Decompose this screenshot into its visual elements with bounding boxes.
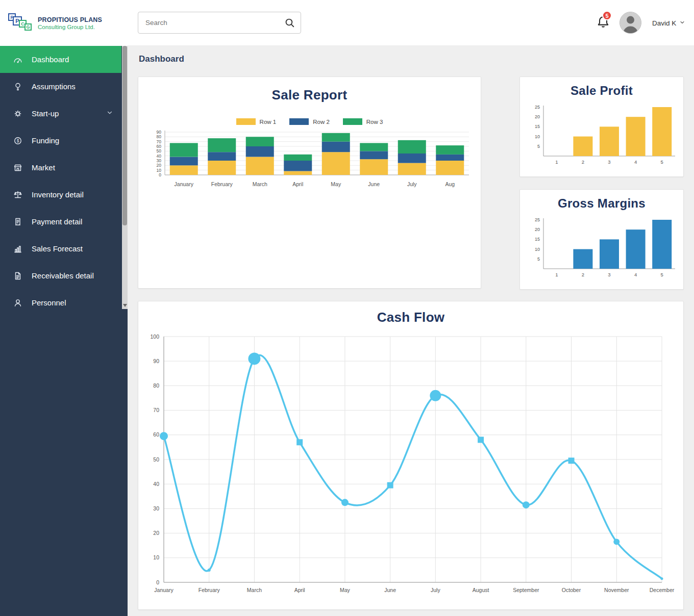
svg-text:May: May: [331, 181, 341, 187]
scrollbar-down-arrow[interactable]: [123, 304, 127, 307]
svg-text:90: 90: [156, 130, 161, 135]
svg-text:15: 15: [535, 237, 540, 242]
personnel-icon: [12, 297, 23, 309]
lightbulb-icon: [12, 81, 23, 92]
svg-text:25: 25: [535, 105, 540, 110]
sidebar-item-payment-detail[interactable]: Payment detail: [0, 208, 121, 235]
sidebar-item-label: Inventory detail: [32, 190, 84, 199]
chart-title: Sale Profit: [520, 77, 683, 98]
sidebar-item-assumptions[interactable]: Assumptions: [0, 73, 121, 100]
legend-item[interactable]: Row 2: [289, 118, 330, 125]
svg-text:March: March: [252, 181, 267, 187]
sale-profit-chart: 51015202512345: [520, 103, 683, 166]
svg-text:June: June: [384, 587, 396, 593]
brand-logo: P P C G PROPITIOUS PLANS Consulting Grou…: [0, 0, 128, 46]
notifications-button[interactable]: 5: [596, 15, 614, 33]
svg-text:20: 20: [535, 114, 540, 119]
legend-label: Row 2: [313, 119, 330, 125]
svg-text:4: 4: [634, 159, 637, 165]
svg-text:10: 10: [535, 134, 540, 139]
monogram-letter: G: [24, 23, 32, 31]
user-name: David K: [652, 19, 676, 27]
search-input[interactable]: [138, 12, 276, 33]
svg-text:60: 60: [153, 431, 159, 438]
svg-text:20: 20: [156, 163, 161, 168]
legend-item[interactable]: Row 1: [236, 118, 277, 125]
legend-swatch: [289, 118, 309, 125]
sidebar-scrollbar-thumb[interactable]: [122, 46, 127, 225]
svg-text:80: 80: [153, 382, 159, 389]
sales-forecast-icon: [12, 243, 23, 254]
user-menu[interactable]: David K: [652, 0, 685, 46]
sidebar-item-label: Start-up: [32, 109, 59, 118]
chevron-down-icon: [106, 109, 113, 118]
svg-text:30: 30: [153, 505, 159, 511]
svg-text:40: 40: [153, 481, 159, 487]
svg-text:4: 4: [634, 272, 637, 277]
sidebar-menu: Dashboard Assumptions Start-up $ Funding…: [0, 46, 121, 316]
svg-text:5: 5: [537, 144, 540, 149]
svg-text:90: 90: [153, 358, 159, 364]
sale-profit-card: Sale Profit 51015202512345: [519, 76, 684, 177]
cash-flow-chart: 0102030405060708090100JanuaryFebruaryMar…: [138, 328, 683, 606]
sidebar-item-dashboard[interactable]: Dashboard: [0, 46, 121, 73]
sidebar-item-label: Dashboard: [32, 55, 69, 64]
svg-text:July: July: [407, 181, 416, 187]
page-title: Dashboard: [139, 54, 184, 64]
svg-text:10: 10: [535, 247, 540, 252]
svg-text:25: 25: [535, 217, 540, 222]
svg-text:2: 2: [582, 159, 584, 165]
receivables-icon: [12, 270, 23, 281]
dashboard-icon: [12, 54, 23, 65]
svg-text:70: 70: [153, 407, 159, 413]
sidebar-item-personnel[interactable]: Personnel: [0, 289, 121, 316]
svg-text:10: 10: [156, 168, 161, 173]
payment-icon: [12, 216, 23, 227]
sidebar-item-funding[interactable]: $ Funding: [0, 127, 121, 154]
svg-text:June: June: [368, 181, 380, 187]
svg-text:August: August: [473, 587, 489, 593]
chart-title: Sale Report: [138, 77, 481, 103]
svg-text:$: $: [17, 138, 19, 143]
svg-text:5: 5: [537, 256, 540, 262]
svg-text:20: 20: [153, 530, 159, 536]
sidebar-item-receivables-detail[interactable]: Receivables detail: [0, 262, 121, 289]
sidebar-item-market[interactable]: Market: [0, 154, 121, 181]
sidebar-item-label: Sales Forecast: [32, 244, 83, 253]
legend-label: Row 1: [260, 119, 277, 125]
market-icon: [12, 162, 23, 173]
legend-swatch: [343, 118, 362, 125]
gross-margins-chart: 51015202512345: [520, 216, 683, 279]
brand-name-line1: PROPITIOUS PLANS: [38, 16, 102, 23]
sidebar-item-label: Market: [32, 163, 55, 172]
sale-report-legend: Row 1Row 2Row 3: [138, 118, 481, 125]
inventory-icon: [12, 189, 23, 200]
sidebar-item-label: Personnel: [32, 298, 66, 307]
svg-text:40: 40: [156, 153, 161, 159]
svg-text:80: 80: [156, 134, 161, 139]
svg-text:20: 20: [535, 227, 540, 232]
svg-text:November: November: [604, 587, 629, 593]
svg-text:3: 3: [608, 159, 610, 165]
sidebar-item-startup[interactable]: Start-up: [0, 100, 121, 127]
sidebar-item-sales-forecast[interactable]: Sales Forecast: [0, 235, 121, 262]
sidebar-scrollbar[interactable]: [122, 46, 128, 309]
legend-swatch: [236, 118, 256, 125]
notification-badge: 5: [602, 11, 612, 20]
svg-text:60: 60: [156, 144, 161, 149]
legend-item[interactable]: Row 3: [343, 118, 383, 125]
chart-title: Gross Margins: [520, 190, 683, 211]
svg-text:30: 30: [156, 158, 161, 163]
sidebar-item-inventory-detail[interactable]: Inventory detail: [0, 181, 121, 208]
svg-text:50: 50: [156, 148, 161, 153]
svg-text:October: October: [562, 587, 581, 593]
sidebar: Dashboard Assumptions Start-up $ Funding…: [0, 46, 128, 616]
brand-monogram: P P C G: [8, 13, 33, 33]
search-icon[interactable]: [284, 17, 295, 28]
legend-label: Row 3: [366, 119, 383, 125]
svg-text:1: 1: [555, 159, 558, 165]
avatar[interactable]: [619, 12, 641, 34]
brand-name-line2: Consulting Group Ltd.: [38, 24, 102, 30]
svg-text:10: 10: [153, 554, 159, 560]
chart-title: Cash Flow: [138, 301, 683, 325]
